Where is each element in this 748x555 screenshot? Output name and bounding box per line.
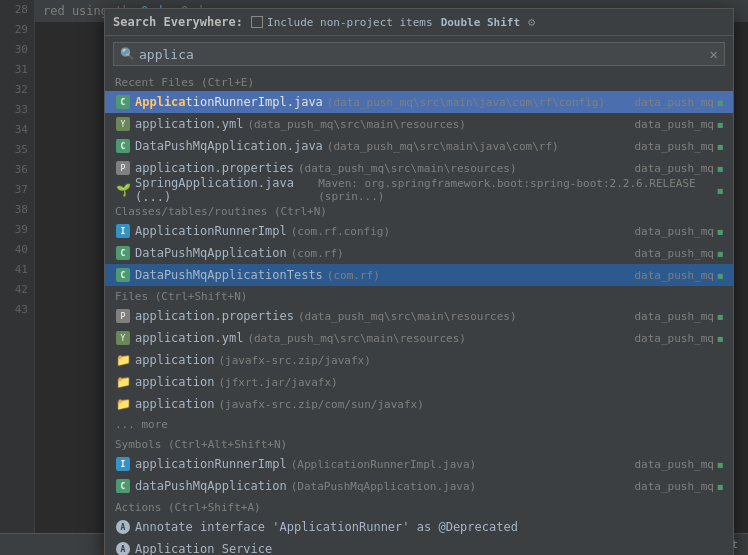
actions-header: Actions (Ctrl+Shift+A) (105, 497, 733, 516)
checkbox-label: Include non-project items (267, 16, 433, 29)
class-item[interactable]: C DataPushMqApplicationTests (com.rf) da… (105, 264, 733, 286)
interface-icon: I (115, 223, 131, 239)
class-icon: C (115, 478, 131, 494)
module-icon: ◼ (717, 119, 723, 130)
gear-icon[interactable]: ⚙ (528, 15, 535, 29)
item-path: (data_push_mq\src\main\resources) (247, 332, 466, 345)
recent-file-item[interactable]: C ApplicationRunnerImpl.java (data_push_… (105, 91, 733, 113)
class-item[interactable]: C DataPushMqApplication (com.rf) data_pu… (105, 242, 733, 264)
name-text: application.properties (135, 161, 294, 175)
spring-icon: 🌱 (115, 182, 131, 198)
item-path: Maven: org.springframework.boot:spring-b… (318, 177, 717, 203)
class-item[interactable]: I ApplicationRunnerImpl (com.rf.config) … (105, 220, 733, 242)
item-path: (jfxrt.jar/javafx) (218, 376, 337, 389)
name-text: applicationRunnerImpl (135, 457, 287, 471)
action-item[interactable]: A Application Service (105, 538, 733, 555)
name-text: DataPushMqApplication.java (135, 139, 323, 153)
class-icon: C (115, 245, 131, 261)
recent-files-header: Recent Files (Ctrl+E) (105, 72, 733, 91)
item-name: Annotate interface 'ApplicationRunner' a… (135, 520, 518, 534)
module-icon: ◼ (717, 459, 723, 470)
name-text: Annotate interface 'ApplicationRunner' a… (135, 520, 518, 534)
checkbox-area[interactable]: Include non-project items (251, 16, 433, 29)
file-item[interactable]: 📁 application (javafx-src.zip/com/sun/ja… (105, 393, 733, 415)
item-name: ApplicationRunnerImpl (135, 224, 287, 238)
properties-icon: P (115, 160, 131, 176)
item-name: SpringApplication.java (...) (135, 176, 314, 204)
item-module: data_push_mq ◼ (634, 247, 723, 260)
action-icon: A (115, 541, 131, 555)
module-icon: ◼ (717, 226, 723, 237)
item-path: (com.rf.config) (291, 225, 390, 238)
class-icon: C (115, 267, 131, 283)
clear-search-icon[interactable]: ✕ (710, 46, 718, 62)
item-name: applicationRunnerImpl (135, 457, 287, 471)
item-path: (javafx-src.zip/javafx) (218, 354, 370, 367)
module-icon: ◼ (717, 248, 723, 259)
folder-icon: 📁 (115, 374, 131, 390)
java-icon: C (115, 94, 131, 110)
item-name: application (135, 353, 214, 367)
item-module: data_push_mq ◼ (634, 96, 723, 109)
results-area[interactable]: Recent Files (Ctrl+E) C ApplicationRunne… (105, 72, 733, 555)
name-text: application (135, 375, 214, 389)
action-item[interactable]: A Annotate interface 'ApplicationRunner'… (105, 516, 733, 538)
item-path: (DataPushMqApplication.java) (291, 480, 476, 493)
symbol-item[interactable]: C dataPushMqApplication (DataPushMqAppli… (105, 475, 733, 497)
module-icon: ◼ (717, 97, 723, 108)
item-path: (com.rf) (291, 247, 344, 260)
item-path: (data_push_mq\src\main\java\com\rf\confi… (327, 96, 605, 109)
name-text: application (135, 353, 214, 367)
item-module: data_push_mq ◼ (634, 332, 723, 345)
item-path: (ApplicationRunnerImpl.java) (291, 458, 476, 471)
name-text: SpringApplication.java (...) (135, 176, 294, 204)
module-icon: ◼ (717, 481, 723, 492)
search-title: Search Everywhere: (113, 15, 243, 29)
folder-icon-glyph: 📁 (116, 353, 131, 367)
item-name: DataPushMqApplication (135, 246, 287, 260)
recent-file-item[interactable]: 🌱 SpringApplication.java (...) Maven: or… (105, 179, 733, 201)
item-name: application.properties (135, 309, 294, 323)
item-name: application.properties (135, 161, 294, 175)
item-name: DataPushMqApplication.java (135, 139, 323, 153)
name-text: application (135, 397, 214, 411)
search-header: Search Everywhere: Include non-project i… (105, 9, 733, 36)
module-icon: ◼ (717, 270, 723, 281)
file-item[interactable]: P application.properties (data_push_mq\s… (105, 305, 733, 327)
item-module: data_push_mq ◼ (634, 118, 723, 131)
item-name: Application Service (135, 542, 272, 555)
item-path: (data_push_mq\src\main\resources) (298, 310, 517, 323)
folder-icon: 📁 (115, 396, 131, 412)
item-module: data_push_mq ◼ (634, 480, 723, 493)
name-text: DataPushMqApplicationTests (135, 268, 323, 282)
java-class-icon: C (115, 138, 131, 154)
name-text: application.properties (135, 309, 294, 323)
item-name: application.yml (135, 331, 243, 345)
name-text: application.yml (135, 331, 243, 345)
folder-icon-glyph: 📁 (116, 397, 131, 411)
recent-file-item[interactable]: Y application.yml (data_push_mq\src\main… (105, 113, 733, 135)
file-item[interactable]: 📁 application (javafx-src.zip/javafx) (105, 349, 733, 371)
search-input[interactable] (139, 47, 706, 62)
module-icon: ◼ (717, 333, 723, 344)
item-name: application.yml (135, 117, 243, 131)
file-item[interactable]: Y application.yml (data_push_mq\src\main… (105, 327, 733, 349)
name-text: Application Service (135, 542, 272, 555)
module-icon: ◼ (717, 311, 723, 322)
interface-icon: I (115, 456, 131, 472)
search-input-container[interactable]: 🔍 ✕ (113, 42, 725, 66)
name-text: application.yml (135, 117, 243, 131)
item-path: (data_push_mq\src\main\resources) (247, 118, 466, 131)
symbols-header: Symbols (Ctrl+Alt+Shift+N) (105, 434, 733, 453)
include-non-project-checkbox[interactable] (251, 16, 263, 28)
recent-file-item[interactable]: C DataPushMqApplication.java (data_push_… (105, 135, 733, 157)
more-link[interactable]: ... more (105, 415, 733, 434)
name-text: dataPushMqApplication (135, 479, 287, 493)
item-module: data_push_mq ◼ (634, 458, 723, 471)
highlight: Applica (135, 95, 186, 109)
double-shift-shortcut: Double Shift (441, 16, 520, 29)
item-module: data_push_mq ◼ (634, 225, 723, 238)
name-text: ApplicationRunnerImpl (135, 224, 287, 238)
symbol-item[interactable]: I applicationRunnerImpl (ApplicationRunn… (105, 453, 733, 475)
file-item[interactable]: 📁 application (jfxrt.jar/javafx) (105, 371, 733, 393)
